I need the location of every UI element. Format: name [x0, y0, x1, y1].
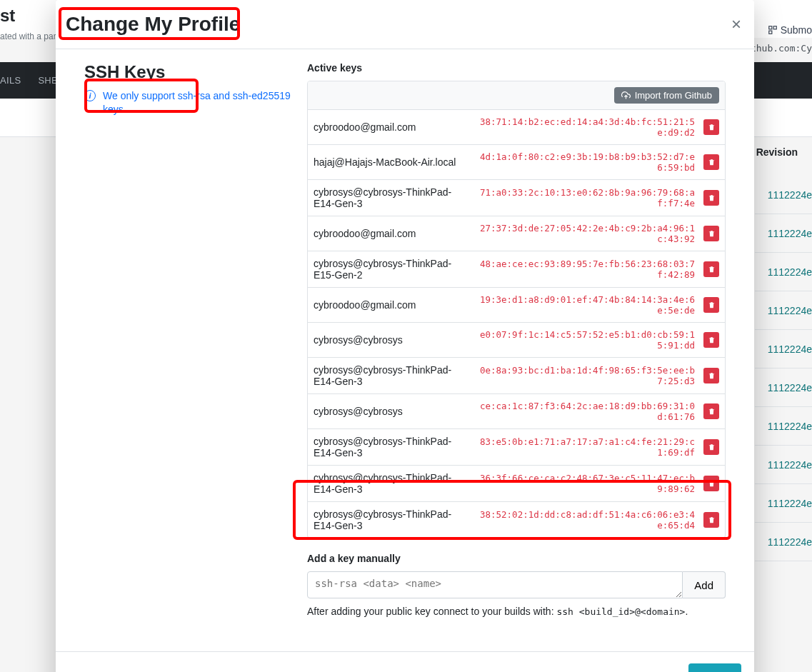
trash-icon: [708, 371, 716, 380]
trash-icon: [708, 516, 716, 524]
trash-icon: [708, 265, 716, 274]
trash-icon: [708, 158, 716, 166]
info-text: We only support ssh-rsa and ssh-ed25519 …: [103, 89, 299, 116]
delete-key-button[interactable]: [703, 154, 719, 170]
key-email: cybrosys@cybrosys-ThinkPad-E14-Gen-3: [314, 364, 465, 387]
key-row: cybroodoo@gmail.com19:3e:d1:a8:d9:01:ef:…: [308, 288, 725, 323]
key-email: cybrosys@cybrosys-ThinkPad-E14-Gen-3: [314, 508, 465, 531]
right-column: Active keys Import from Github cybroodoo…: [307, 62, 726, 617]
close-icon[interactable]: ×: [731, 14, 741, 34]
key-fingerprint: ce:ca:1c:87:f3:64:2c:ae:18:d9:bb:69:31:0…: [471, 401, 698, 422]
trash-icon: [708, 443, 716, 451]
key-fingerprint: 38:71:14:b2:ec:ed:14:a4:3d:4b:fc:51:21:5…: [471, 116, 698, 138]
delete-key-button[interactable]: [703, 368, 719, 383]
key-fingerprint: 36:3f:66:ce:ca:c2:48:67:3e:c5:11:47:ec:b…: [471, 473, 698, 494]
ssh-key-input[interactable]: [307, 571, 683, 598]
trash-icon: [708, 479, 716, 488]
close-button[interactable]: Close: [688, 663, 741, 672]
key-row: cybroodoo@gmail.com27:37:3d:de:27:05:42:…: [308, 216, 725, 251]
add-key-row: Add: [307, 571, 726, 598]
modal-title: Change My Profile: [66, 13, 240, 36]
trash-icon: [708, 123, 716, 131]
key-fingerprint: 83:e5:0b:e1:71:a7:17:a7:a1:c4:fe:21:29:c…: [471, 436, 698, 458]
delete-key-button[interactable]: [703, 226, 719, 241]
delete-key-button[interactable]: [703, 439, 719, 455]
cloud-upload-icon: [621, 91, 631, 100]
key-row: cybrosys@cybrosys-ThinkPad-E14-Gen-383:e…: [308, 429, 725, 466]
key-row: cybrosys@cybrosyse0:07:9f:1c:14:c5:57:52…: [308, 323, 725, 358]
ssh-keys-heading: SSH Keys: [84, 62, 299, 82]
key-email: cybrosys@cybrosys-ThinkPad-E14-Gen-3: [314, 436, 465, 458]
key-row: cybroodoo@gmail.com38:71:14:b2:ec:ed:14:…: [308, 110, 725, 145]
key-row: cybrosys@cybrosys-ThinkPad-E14-Gen-371:a…: [308, 180, 725, 216]
key-email: cybrosys@cybrosys-ThinkPad-E15-Gen-2: [314, 258, 465, 281]
key-email: cybroodoo@gmail.com: [314, 299, 465, 311]
trash-icon: [708, 229, 716, 238]
delete-key-button[interactable]: [703, 119, 719, 135]
key-email: hajaj@Hajajs-MacBook-Air.local: [314, 156, 465, 168]
key-fingerprint: 71:a0:33:2c:10:13:e0:62:8b:9a:96:79:68:a…: [471, 187, 698, 209]
key-email: cybrosys@cybrosys-ThinkPad-E14-Gen-3: [314, 472, 465, 495]
after-suffix: .: [685, 606, 688, 617]
key-email: cybroodoo@gmail.com: [314, 228, 465, 239]
active-keys-label: Active keys: [307, 62, 726, 74]
import-github-label: Import from Github: [635, 90, 712, 101]
key-fingerprint: 19:3e:d1:a8:d9:01:ef:47:4b:84:14:3a:4e:6…: [471, 294, 698, 316]
delete-key-button[interactable]: [703, 297, 719, 313]
left-column: SSH Keys i We only support ssh-rsa and s…: [84, 62, 299, 617]
key-fingerprint: e0:07:9f:1c:14:c5:57:52:e5:b1:d0:cb:59:1…: [471, 329, 698, 351]
key-fingerprint: 0e:8a:93:bc:d1:ba:1d:4f:98:65:f3:5e:ee:b…: [471, 365, 698, 386]
delete-key-button[interactable]: [703, 190, 719, 206]
delete-key-button[interactable]: [703, 512, 719, 528]
import-github-button[interactable]: Import from Github: [614, 87, 719, 104]
keys-table: Import from Github cybroodoo@gmail.com38…: [307, 81, 726, 538]
trash-icon: [708, 194, 716, 202]
key-fingerprint: 38:52:02:1d:dd:c8:ad:df:51:4a:c6:06:e3:4…: [471, 509, 698, 531]
key-email: cybrosys@cybrosys: [314, 406, 465, 417]
after-prefix: After adding your public key connect to …: [307, 606, 556, 617]
key-row: cybrosys@cybrosys-ThinkPad-E14-Gen-336:3…: [308, 466, 725, 502]
profile-modal: Change My Profile × SSH Keys i We only s…: [56, 0, 754, 672]
delete-key-button[interactable]: [703, 476, 719, 491]
delete-key-button[interactable]: [703, 332, 719, 348]
modal-body: SSH Keys i We only support ssh-rsa and s…: [56, 49, 754, 651]
key-row: cybrosys@cybrosys-ThinkPad-E15-Gen-248:a…: [308, 251, 725, 288]
after-code: ssh <build_id>@<domain>: [556, 606, 685, 617]
key-fingerprint: 48:ae:ce:ec:93:89:95:7e:fb:56:23:68:03:7…: [471, 259, 698, 280]
trash-icon: [708, 407, 716, 416]
trash-icon: [708, 336, 716, 344]
trash-icon: [708, 301, 716, 309]
key-fingerprint: 4d:1a:0f:80:c2:e9:3b:19:b8:b9:b3:52:d7:e…: [471, 151, 698, 173]
key-row: cybrosys@cybrosys-ThinkPad-E14-Gen-338:5…: [308, 502, 725, 538]
key-email: cybrosys@cybrosys: [314, 334, 465, 346]
add-key-section: Add a key manually Add After adding your…: [307, 553, 726, 617]
delete-key-button[interactable]: [703, 403, 719, 419]
modal-footer: Close: [56, 651, 754, 672]
add-key-label: Add a key manually: [307, 553, 726, 564]
add-key-button[interactable]: Add: [683, 571, 726, 598]
key-row: hajaj@Hajajs-MacBook-Air.local4d:1a:0f:8…: [308, 145, 725, 180]
key-email: cybrosys@cybrosys-ThinkPad-E14-Gen-3: [314, 186, 465, 209]
key-fingerprint: 27:37:3d:de:27:05:42:2e:4b:c9:2b:a4:96:1…: [471, 223, 698, 244]
key-row: cybrosys@cybrosys-ThinkPad-E14-Gen-30e:8…: [308, 358, 725, 394]
delete-key-button[interactable]: [703, 261, 719, 277]
key-row: cybrosys@cybrosysce:ca:1c:87:f3:64:2c:ae…: [308, 394, 725, 429]
key-email: cybroodoo@gmail.com: [314, 121, 465, 133]
info-icon: i: [84, 90, 96, 101]
info-note: i We only support ssh-rsa and ssh-ed2551…: [84, 89, 299, 116]
modal-header: Change My Profile ×: [56, 0, 754, 49]
after-adding-text: After adding your public key connect to …: [307, 606, 726, 617]
keys-table-header: Import from Github: [308, 81, 725, 110]
